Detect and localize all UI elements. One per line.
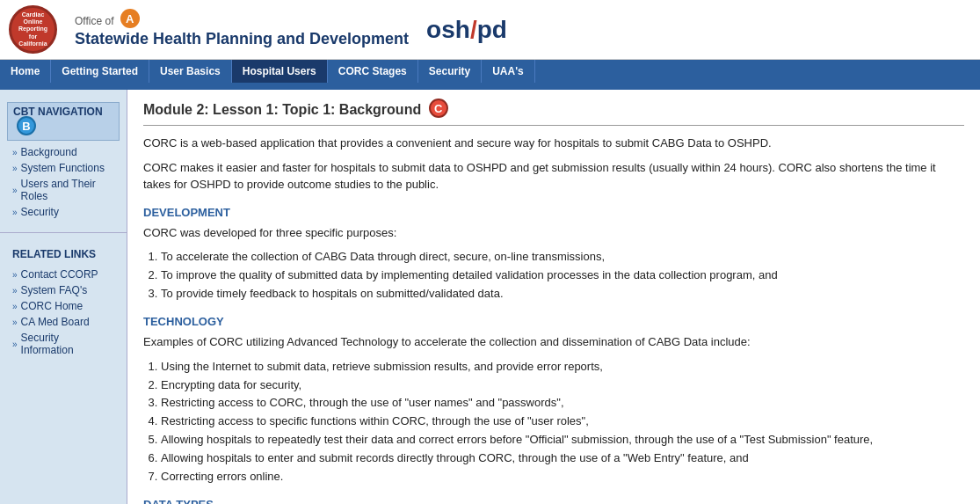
nav-item-users-roles[interactable]: » Users and Their Roles: [7, 176, 120, 204]
nav-corc-stages[interactable]: CORC Stages: [328, 60, 418, 83]
arrow-icon: »: [12, 208, 18, 217]
intro-para-2: CORC makes it easier and faster for hosp…: [143, 159, 964, 194]
link-system-faq[interactable]: » System FAQ's: [7, 282, 120, 298]
site-header: CardiacOnlineReportingforCalifornia Offi…: [0, 0, 980, 60]
related-links-section: RELATED LINKS » Contact CCORP » System F…: [0, 240, 127, 363]
oshpd-logo: osh/pd: [426, 16, 507, 44]
corc-logo: CardiacOnlineReportingforCalifornia: [9, 5, 57, 54]
nav-user-basics[interactable]: User Basics: [149, 60, 232, 83]
arrow-icon: »: [12, 286, 18, 296]
nav-link-users-roles[interactable]: Users and Their Roles: [21, 178, 114, 202]
planning-line: Statewide Health Planning and Developmen…: [75, 30, 409, 48]
main-layout: CBT NAVIGATION B » Background » System F…: [0, 90, 980, 504]
cbt-nav-title: CBT NAVIGATION B: [7, 102, 120, 141]
dev-heading: DEVELOPMENT: [143, 206, 964, 219]
nav-item-background[interactable]: » Background: [7, 144, 120, 160]
link-ca-med-board-a[interactable]: CA Med Board: [21, 316, 90, 328]
tech-intro: Examples of CORC utilizing Advanced Tech…: [143, 333, 964, 351]
blue-separator: [0, 83, 980, 90]
nav-item-security[interactable]: » Security: [7, 204, 120, 220]
anno-a-badge: A: [120, 9, 140, 28]
dev-intro: CORC was developed for three specific pu…: [143, 224, 964, 242]
link-security-info[interactable]: » Security Information: [7, 330, 120, 358]
nav-getting-started[interactable]: Getting Started: [51, 60, 149, 83]
header-titles: Office of A Statewide Health Planning an…: [75, 11, 409, 48]
data-heading: DATA TYPES: [143, 498, 964, 504]
logo-area: CardiacOnlineReportingforCalifornia Offi…: [9, 5, 507, 54]
logo-text-inner: CardiacOnlineReportingforCalifornia: [18, 11, 47, 48]
anno-b-badge: B: [17, 116, 36, 135]
related-links-title: RELATED LINKS: [7, 245, 120, 263]
link-corc-home[interactable]: » CORC Home: [7, 298, 120, 314]
nav-item-system-functions[interactable]: » System Functions: [7, 160, 120, 176]
arrow-icon: »: [12, 148, 18, 157]
dev-list: To accelerate the collection of CABG Dat…: [161, 248, 964, 303]
tech-item-6: Allowing hospitals to enter and submit r…: [161, 449, 964, 468]
tech-item-1: Using the Internet to submit data, retri…: [161, 358, 964, 376]
nav-home[interactable]: Home: [0, 60, 51, 83]
tech-heading: TECHNOLOGY: [143, 315, 964, 328]
tech-item-2: Encrypting data for security,: [161, 376, 964, 395]
nav-uaa[interactable]: UAA's: [482, 60, 535, 83]
nav-link-security[interactable]: Security: [21, 206, 59, 218]
arrow-icon: »: [12, 318, 18, 327]
link-corc-home-a[interactable]: CORC Home: [21, 300, 83, 312]
main-navbar: Home Getting Started User Basics Hospita…: [0, 60, 980, 83]
tech-item-3: Restricting access to CORC, through the …: [161, 394, 964, 413]
link-security-info-a[interactable]: Security Information: [21, 332, 114, 356]
anno-c-badge: C: [429, 99, 448, 118]
dev-item-2: To improve the quality of submitted data…: [161, 267, 964, 285]
sidebar-divider: [0, 232, 127, 233]
arrow-icon: »: [12, 340, 18, 349]
nav-link-system-functions[interactable]: System Functions: [21, 162, 105, 174]
link-contact-ccorp-a[interactable]: Contact CCORP: [21, 268, 98, 281]
nav-link-background[interactable]: Background: [21, 146, 77, 158]
page-title: Module 2: Lesson 1: Topic 1: Background …: [143, 100, 964, 126]
main-content: Module 2: Lesson 1: Topic 1: Background …: [127, 90, 980, 504]
arrow-icon: »: [12, 186, 18, 195]
link-ca-med-board[interactable]: » CA Med Board: [7, 314, 120, 330]
tech-item-7: Correcting errors online.: [161, 468, 964, 486]
link-system-faq-a[interactable]: System FAQ's: [21, 284, 88, 296]
tech-list: Using the Internet to submit data, retri…: [161, 358, 964, 486]
link-contact-ccorp[interactable]: » Contact CCORP: [7, 267, 120, 282]
arrow-icon: »: [12, 270, 18, 280]
nav-hospital-users[interactable]: Hospital Users: [232, 60, 328, 83]
sidebar: CBT NAVIGATION B » Background » System F…: [0, 90, 127, 504]
dev-item-1: To accelerate the collection of CABG Dat…: [161, 248, 964, 267]
arrow-icon: »: [12, 302, 18, 311]
cbt-nav-section: CBT NAVIGATION B » Background » System F…: [0, 97, 127, 225]
nav-security[interactable]: Security: [418, 60, 482, 83]
tech-item-4: Restricting access to specific functions…: [161, 413, 964, 431]
arrow-icon: »: [12, 164, 18, 173]
dev-item-3: To provide timely feedback to hospitals …: [161, 285, 964, 303]
office-line: Office of A: [75, 11, 409, 30]
intro-para-1: CORC is a web-based application that pro…: [143, 135, 964, 152]
tech-item-5: Allowing hospitals to repeatedly test th…: [161, 431, 964, 449]
